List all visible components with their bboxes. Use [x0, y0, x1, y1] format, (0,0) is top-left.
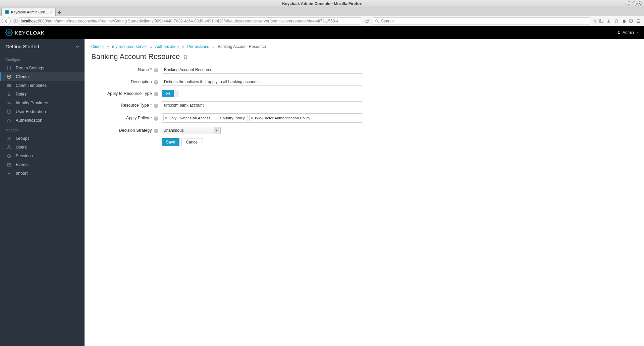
maximize-icon[interactable] — [632, 1, 637, 6]
svg-marker-6 — [7, 31, 11, 34]
tab-close-icon[interactable]: × — [50, 10, 53, 14]
downloads-icon[interactable] — [606, 19, 612, 23]
decision-select[interactable]: Unanimous ▾ — [162, 127, 221, 134]
help-icon[interactable]: ? — [154, 116, 158, 121]
sidebar-item-identity-providers[interactable]: Identity Providers — [0, 99, 85, 107]
sidebar-item-import[interactable]: Import — [0, 169, 85, 178]
save-button[interactable]: Save — [162, 138, 179, 146]
apply-policy-input[interactable]: ×Only Owner Can Access ×Country Policy ×… — [162, 113, 362, 123]
url-input[interactable]: localhost:8080/auth/admin/master/console… — [19, 17, 361, 25]
sidebar-item-label: Sessions — [16, 154, 33, 158]
breadcrumb-current: Banking Account Resource — [218, 44, 266, 49]
policy-tag[interactable]: ×Two-Factor Authentication Policy — [249, 115, 313, 121]
breadcrumb-link[interactable]: Authorization — [155, 44, 179, 49]
svg-point-11 — [7, 110, 11, 111]
form: Name * ? Description ? Apply to Resource… — [91, 66, 453, 146]
description-input[interactable] — [162, 78, 362, 86]
list-icon — [6, 92, 12, 97]
pocket-icon[interactable] — [629, 19, 635, 23]
new-tab-button[interactable]: ✚ — [56, 9, 63, 16]
browser-tab-bar: Keycloak Admin Con... × ✚ — [0, 7, 644, 16]
apply-policy-label: Apply Policy * ? — [91, 116, 162, 121]
sidebar-item-realm-settings[interactable]: Realm Settings — [0, 64, 85, 72]
brand-text: KEYCLOAK — [15, 30, 45, 36]
user-label: Admin — [623, 30, 634, 35]
breadcrumb-link[interactable]: Clients — [91, 44, 104, 49]
apply-type-toggle[interactable]: ON — [162, 90, 179, 97]
decision-value: Unanimous — [163, 128, 184, 133]
sliders-icon — [6, 66, 12, 70]
sidebar-item-groups[interactable]: Groups — [0, 134, 85, 143]
sidebar-item-label: User Federation — [16, 109, 46, 114]
library-icon[interactable] — [599, 19, 605, 23]
sidebar-item-roles[interactable]: Roles — [0, 90, 85, 99]
cancel-button[interactable]: Cancel — [181, 138, 203, 146]
svg-point-9 — [9, 68, 9, 69]
calendar-icon — [6, 162, 12, 167]
svg-point-7 — [618, 31, 620, 33]
url-path: :8080/auth/admin/master/console/#/realms… — [37, 19, 338, 23]
resource-type-label: Resource Type * ? — [91, 103, 162, 108]
svg-rect-4 — [600, 19, 603, 22]
help-icon[interactable]: ? — [154, 68, 158, 72]
brand-logo[interactable]: KEYCLOAK — [5, 29, 45, 36]
sidebar-item-clients[interactable]: Clients — [0, 72, 85, 81]
sidebar-item-events[interactable]: Events — [0, 160, 85, 169]
sidebar-item-label: Import — [16, 171, 28, 176]
back-button[interactable] — [2, 17, 11, 25]
user-icon — [617, 31, 621, 34]
user-icon — [6, 145, 12, 150]
sidebar-item-client-templates[interactable]: Client Templates — [0, 81, 85, 90]
sidebar-item-sessions[interactable]: Sessions — [0, 152, 85, 160]
realm-selector[interactable]: Getting Started — [0, 39, 85, 54]
sidebar-item-label: Realm Settings — [16, 66, 44, 70]
name-input[interactable] — [162, 66, 362, 74]
remove-tag-icon[interactable]: × — [216, 116, 218, 120]
toggle-knob — [174, 90, 179, 97]
policy-tag[interactable]: ×Country Policy — [215, 115, 248, 121]
site-info-icon[interactable]: ⓘ — [13, 18, 18, 24]
breadcrumb-link[interactable]: Permissions — [187, 44, 209, 49]
policy-tag[interactable]: ×Only Owner Can Access — [163, 115, 213, 121]
breadcrumb-link[interactable]: my-resource-server — [112, 44, 147, 49]
delete-icon[interactable] — [183, 54, 188, 59]
import-icon — [6, 171, 12, 176]
sidebar-item-label: Authentication — [16, 118, 42, 123]
section-configure: Configure — [0, 54, 85, 64]
user-menu[interactable]: Admin — [617, 30, 639, 35]
sidebar-item-users[interactable]: Users — [0, 143, 85, 152]
sidebar-item-authentication[interactable]: Authentication — [0, 116, 85, 125]
search-placeholder: Search — [381, 19, 394, 23]
chevron-down-icon — [76, 45, 79, 48]
bookmark-star-icon[interactable]: ☆ — [592, 18, 598, 24]
database-icon — [6, 109, 12, 114]
remove-tag-icon[interactable]: × — [165, 116, 167, 120]
face-icon[interactable]: ☻ — [621, 18, 627, 24]
app-header: KEYCLOAK Admin — [0, 26, 644, 39]
groups-icon — [6, 136, 12, 141]
home-icon[interactable] — [614, 19, 620, 23]
menu-icon[interactable] — [636, 19, 642, 23]
browser-tab[interactable]: Keycloak Admin Con... × — [1, 8, 56, 16]
reload-icon[interactable] — [365, 19, 369, 23]
svg-point-13 — [8, 137, 9, 138]
minimize-icon[interactable] — [627, 1, 631, 6]
sidebar-item-label: Events — [16, 162, 29, 167]
help-icon[interactable]: ? — [154, 80, 158, 84]
sidebar-item-label: Groups — [16, 136, 30, 141]
help-icon[interactable]: ? — [154, 104, 158, 108]
sidebar-item-label: Clients — [16, 74, 29, 79]
sidebar-item-user-federation[interactable]: User Federation — [0, 107, 85, 116]
help-icon[interactable]: ? — [154, 92, 158, 96]
help-icon[interactable]: ? — [154, 129, 158, 133]
svg-point-14 — [9, 137, 10, 138]
search-input[interactable]: Search — [373, 17, 590, 25]
close-icon[interactable] — [637, 1, 642, 6]
svg-rect-12 — [8, 120, 10, 122]
remove-tag-icon[interactable]: × — [251, 116, 253, 120]
section-manage: Manage — [0, 125, 85, 134]
sidebar-item-label: Roles — [16, 92, 26, 97]
cube-icon — [6, 74, 12, 79]
resource-type-input[interactable] — [162, 101, 362, 109]
stack-icon — [6, 83, 12, 88]
